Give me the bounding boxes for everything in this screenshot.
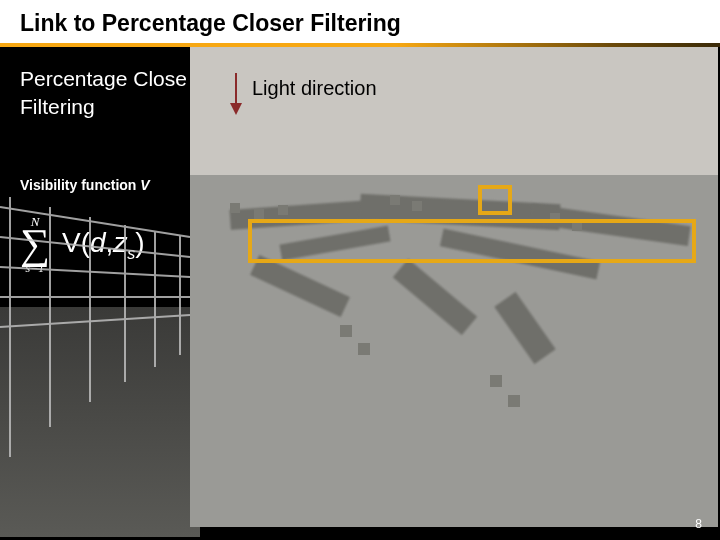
light-direction-arrow-icon: [228, 71, 244, 115]
shadow-blob: [250, 255, 350, 317]
svg-line-2: [0, 267, 190, 277]
pixel-artifact: [230, 203, 240, 213]
visibility-function-prefix: Visibility function: [20, 177, 140, 193]
highlight-box-long: [248, 219, 696, 263]
visibility-function-symbol: V: [140, 177, 149, 193]
bridge-railing: [0, 197, 200, 457]
pcf-heading-line2: Filtering: [20, 95, 195, 119]
pixel-artifact: [508, 395, 520, 407]
slide-title: Link to Percentage Closer Filtering: [0, 0, 720, 43]
pixel-artifact: [254, 209, 264, 219]
slide-title-text: Link to Percentage Closer Filtering: [20, 10, 401, 36]
pixel-artifact: [490, 375, 502, 387]
page-number: 8: [695, 517, 702, 531]
light-direction-label: Light direction: [252, 77, 377, 100]
pixel-artifact: [358, 343, 370, 355]
visibility-function-label: Visibility function V: [20, 177, 150, 193]
svg-marker-12: [230, 103, 242, 115]
slide-body: Light direction Percentage Close Filteri…: [0, 47, 720, 540]
pixel-artifact: [340, 325, 352, 337]
pcf-heading-line1: Percentage Close: [20, 67, 195, 91]
pixel-artifact: [278, 205, 288, 215]
svg-line-1: [0, 237, 190, 257]
pixel-artifact: [390, 195, 400, 205]
shadow-render-image: [190, 47, 718, 527]
pixel-artifact: [412, 201, 422, 211]
svg-line-4: [0, 315, 190, 327]
svg-line-0: [0, 207, 190, 237]
shadow-blob: [393, 259, 477, 335]
sky-region: [190, 47, 718, 175]
shadow-blob: [494, 292, 555, 364]
highlight-box-small: [478, 185, 512, 215]
pcf-heading: Percentage Close Filtering: [20, 67, 195, 119]
